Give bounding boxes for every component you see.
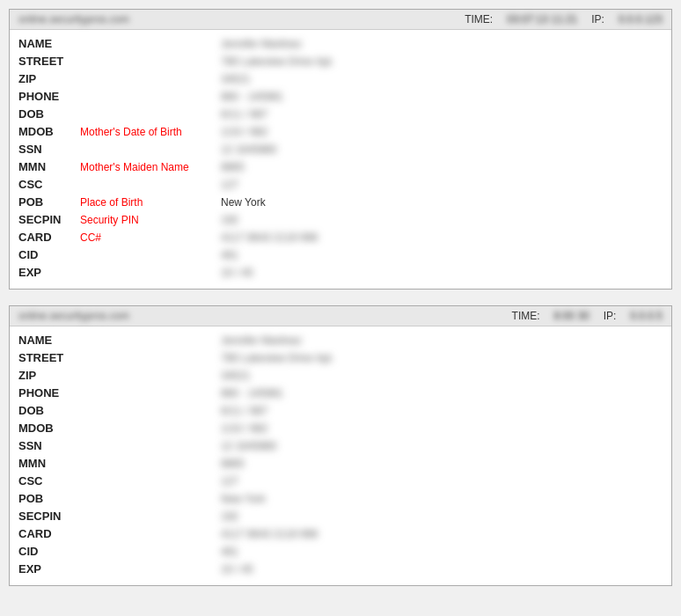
- row-annotation: Mother's Date of Birth: [80, 126, 221, 138]
- row-value: 12 1645880: [221, 143, 663, 156]
- card1-ip-value: 0.0.0.123: [619, 13, 663, 26]
- row-value: New York: [221, 196, 663, 209]
- table-row: DOB6/11 / 987: [18, 402, 663, 420]
- row-label: CARD: [18, 527, 80, 540]
- row-value: 461: [221, 249, 663, 261]
- table-row: MDOB1/10 / 982: [18, 420, 663, 437]
- row-value: Jennifer Martinez: [221, 38, 663, 50]
- table-row: SSN12 1645880: [18, 141, 663, 158]
- table-row: CID461: [18, 246, 663, 264]
- row-label: POB: [18, 492, 80, 505]
- row-label: MMN: [18, 160, 80, 173]
- card1-site: online.securitypros.com: [18, 13, 129, 26]
- row-label: MMN: [18, 457, 80, 470]
- card1-time-label: TIME:: [465, 13, 493, 26]
- card1-body: NAMEJennifer MartinezSTREET780 Lakeview …: [10, 30, 671, 289]
- card2-site: online.securitypros.com: [18, 310, 129, 322]
- table-row: SSN12 1645880: [18, 437, 663, 455]
- table-row: ZIP34521: [18, 367, 663, 385]
- row-value: 127: [221, 179, 663, 191]
- table-row: PHONE860 - 145981: [18, 88, 663, 106]
- table-row: CARDCC#4117 8643 2119 998: [18, 229, 663, 246]
- table-row: CSC127: [18, 473, 663, 490]
- row-label: CSC: [18, 474, 80, 488]
- table-row: ZIP34521: [18, 70, 663, 88]
- table-row: POBPlace of BirthNew York: [18, 194, 663, 211]
- row-label: SECPIN: [18, 510, 80, 523]
- row-label: CID: [18, 545, 80, 558]
- row-value: 8865: [221, 161, 663, 173]
- row-value: 780 Lakeview Drive Apt.: [221, 352, 663, 364]
- row-value: 192: [221, 214, 663, 226]
- record-card-2: online.securitypros.com TIME: 8:00 30 IP…: [9, 305, 672, 586]
- row-label: NAME: [18, 37, 80, 50]
- row-value: 6/11 / 987: [221, 108, 663, 121]
- row-value: 12 1645880: [221, 440, 663, 452]
- row-annotation: CC#: [80, 231, 221, 244]
- table-row: NAMEJennifer Martinez: [18, 35, 663, 53]
- row-label: DOB: [18, 404, 80, 417]
- row-value: 10 / 45: [221, 563, 663, 576]
- row-annotation: Place of Birth: [80, 196, 221, 209]
- row-value: 461: [221, 546, 663, 558]
- table-row: EXP10 / 45: [18, 561, 663, 578]
- table-row: SECPIN192: [18, 508, 663, 525]
- table-row: MMN8865: [18, 455, 663, 473]
- row-label: NAME: [18, 334, 80, 347]
- card1-header: online.securitypros.com TIME: 03:07:13 1…: [10, 10, 671, 30]
- card2-ip-value: 0.0.0.5: [630, 310, 663, 322]
- row-label: EXP: [18, 266, 80, 279]
- card2-time-label: TIME:: [512, 310, 540, 322]
- row-label: CID: [18, 248, 80, 261]
- table-row: DOB6/11 / 987: [18, 106, 663, 123]
- table-row: MMNMother's Maiden Name8865: [18, 158, 663, 176]
- table-row: CARD4117 8643 2119 998: [18, 525, 663, 543]
- row-label: MDOB: [18, 125, 80, 138]
- row-value: 6/11 / 987: [221, 405, 663, 417]
- row-value: 860 - 145981: [221, 387, 663, 400]
- row-label: STREET: [18, 351, 80, 364]
- row-label: CSC: [18, 178, 80, 191]
- row-label: ZIP: [18, 72, 80, 85]
- table-row: STREET780 Lakeview Drive Apt.: [18, 349, 663, 367]
- row-label: PHONE: [18, 90, 80, 103]
- card2-body: NAMEJennifer MartinezSTREET780 Lakeview …: [10, 326, 671, 585]
- card1-meta: TIME: 03:07:13 11:21 IP: 0.0.0.123: [465, 13, 663, 26]
- row-value: 4117 8643 2119 998: [221, 231, 663, 244]
- row-label: POB: [18, 195, 80, 209]
- row-value: 34521: [221, 370, 663, 382]
- row-label: ZIP: [18, 369, 80, 382]
- row-label: MDOB: [18, 422, 80, 435]
- table-row: EXP10 / 45: [18, 264, 663, 282]
- row-value: New York: [221, 493, 663, 505]
- row-label: EXP: [18, 562, 80, 576]
- card2-time-value: 8:00 30: [554, 310, 589, 322]
- table-row: NAMEJennifer Martinez: [18, 332, 663, 349]
- table-row: PHONE860 - 145981: [18, 385, 663, 402]
- row-value: 10 / 45: [221, 267, 663, 279]
- row-value: 780 Lakeview Drive Apt.: [221, 55, 663, 68]
- row-value: 127: [221, 475, 663, 488]
- table-row: POBNew York: [18, 490, 663, 508]
- table-row: STREET780 Lakeview Drive Apt.: [18, 53, 663, 70]
- row-value: 8865: [221, 458, 663, 470]
- row-label: SSN: [18, 439, 80, 452]
- table-row: SECPINSecurity PIN192: [18, 211, 663, 229]
- row-label: CARD: [18, 231, 80, 244]
- row-value: 4117 8643 2119 998: [221, 528, 663, 540]
- card1-ip-label: IP:: [591, 13, 604, 26]
- table-row: MDOBMother's Date of Birth1/10 / 982: [18, 123, 663, 141]
- row-value: Jennifer Martinez: [221, 334, 663, 347]
- row-label: PHONE: [18, 386, 80, 400]
- table-row: CSC127: [18, 176, 663, 194]
- row-label: STREET: [18, 55, 80, 68]
- row-value: 34521: [221, 73, 663, 85]
- row-label: SSN: [18, 143, 80, 156]
- record-card-1: online.securitypros.com TIME: 03:07:13 1…: [9, 9, 672, 290]
- card2-header: online.securitypros.com TIME: 8:00 30 IP…: [10, 306, 671, 326]
- row-label: SECPIN: [18, 213, 80, 226]
- row-value: 1/10 / 982: [221, 422, 663, 435]
- card1-time-value: 03:07:13 11:21: [507, 13, 577, 26]
- row-annotation: Security PIN: [80, 214, 221, 226]
- table-row: CID461: [18, 543, 663, 561]
